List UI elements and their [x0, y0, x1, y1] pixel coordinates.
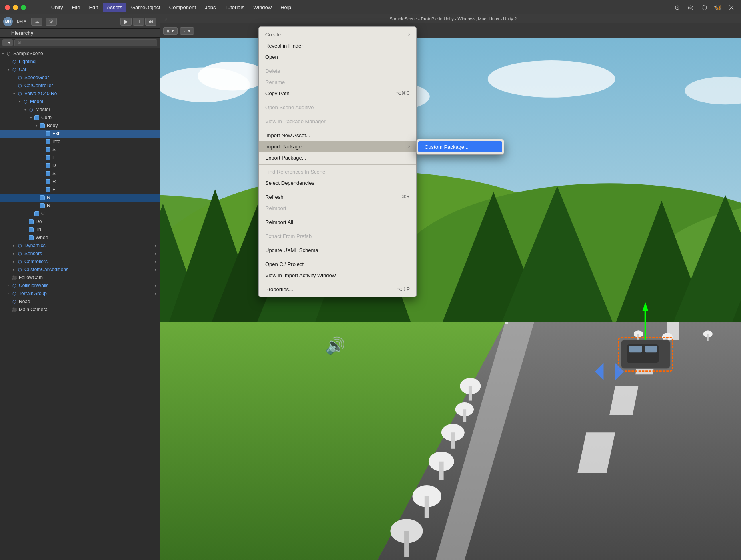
tree-item[interactable]: ▾Curb: [0, 114, 160, 122]
tree-item[interactable]: ▸⬡CarController: [0, 82, 160, 90]
tree-arrow[interactable]: ▸: [11, 244, 17, 248]
tree-item[interactable]: ▸🎥Main Camera: [0, 306, 160, 314]
tree-item[interactable]: ▾Body: [0, 122, 160, 130]
collab-cloud-button[interactable]: ☁: [31, 18, 42, 26]
menu-item-open[interactable]: Open: [259, 51, 416, 62]
tree-item[interactable]: ▸⬡Road: [0, 298, 160, 306]
menu-window[interactable]: Window: [249, 3, 276, 12]
tree-arrow[interactable]: ▸: [11, 252, 17, 256]
hierarchy-search-input[interactable]: [14, 39, 157, 46]
hierarchy-menu-button[interactable]: [3, 30, 9, 36]
tree-item[interactable]: ▸R: [0, 178, 160, 186]
unity-butterfly-icon[interactable]: 🦋: [713, 2, 723, 12]
tree-arrow[interactable]: ▸: [11, 260, 17, 264]
apple-menu[interactable]: : [34, 2, 44, 12]
menu-item-create[interactable]: Create›: [259, 29, 416, 40]
tree-arrow[interactable]: ▾: [0, 52, 6, 56]
menu-item-reimport-all[interactable]: Reimport All: [259, 216, 416, 228]
tree-item[interactable]: ▸⬡Dynamics▸: [0, 242, 160, 250]
tree-item-icon: ⬡: [17, 266, 23, 273]
tree-item-icon: [28, 218, 34, 225]
hierarchy-toolbar: + ▾: [0, 38, 160, 48]
menu-item-properties[interactable]: Properties...⌥⇧P: [259, 284, 416, 295]
tree-item[interactable]: ▸⬡TerrainGroup▸: [0, 290, 160, 298]
tree-item[interactable]: ▸⬡CollisionWalls▸: [0, 282, 160, 290]
tree-arrow[interactable]: ▾: [11, 92, 17, 96]
close-button[interactable]: [5, 5, 10, 10]
menu-item-update-uxml[interactable]: Update UXML Schema: [259, 244, 416, 256]
unity-collab-icon[interactable]: ⊙: [672, 2, 682, 12]
menu-unity[interactable]: Unity: [47, 3, 67, 12]
tree-arrow[interactable]: ▸: [6, 284, 11, 288]
menu-component[interactable]: Component: [165, 3, 200, 12]
tree-arrow[interactable]: ▾: [6, 68, 11, 72]
title-bar-right: ⊙ ◎ ⬡ 🦋 ⚔: [672, 2, 736, 12]
menu-item-open-csharp[interactable]: Open C# Project: [259, 258, 416, 270]
menu-item-import-new[interactable]: Import New Asset...: [259, 130, 416, 141]
tree-item[interactable]: ▸Tru: [0, 226, 160, 234]
menu-item-reveal[interactable]: Reveal in Finder: [259, 40, 416, 51]
menu-separator: [259, 215, 416, 215]
tree-arrow[interactable]: ▾: [28, 116, 34, 120]
menu-item-import-package[interactable]: Import Package›Custom Package...: [259, 141, 416, 152]
menu-item-label: Select Dependencies: [265, 180, 314, 186]
unity-account-icon[interactable]: ⬡: [699, 2, 709, 12]
menu-gameobject[interactable]: GameObject: [127, 3, 164, 12]
tree-item[interactable]: ▸R: [0, 194, 160, 202]
menu-tutorials[interactable]: Tutorials: [221, 3, 248, 12]
tree-arrow[interactable]: ▾: [17, 100, 22, 104]
tree-item[interactable]: ▾⬡SampleScene: [0, 50, 160, 58]
menu-separator: [259, 257, 416, 257]
menu-item-select-deps[interactable]: Select Dependencies: [259, 177, 416, 188]
tree-item[interactable]: ▸Ext: [0, 130, 160, 138]
tree-item[interactable]: ▸🎥FollowCam: [0, 274, 160, 282]
menu-jobs[interactable]: Jobs: [201, 3, 220, 12]
menu-file[interactable]: File: [68, 3, 84, 12]
tree-item[interactable]: ▸⬡Controllers▸: [0, 258, 160, 266]
user-avatar[interactable]: BH: [3, 17, 13, 26]
tree-item-icon: [39, 202, 46, 209]
tree-item[interactable]: ▸⬡CustomCarAdditions▸: [0, 266, 160, 274]
pause-button[interactable]: ⏸: [133, 18, 144, 26]
menu-assets[interactable]: Assets: [103, 3, 126, 12]
tree-item[interactable]: ▸⬡SpeedGear: [0, 74, 160, 82]
tree-item[interactable]: ▾⬡Master: [0, 106, 160, 114]
tree-item[interactable]: ▸C: [0, 210, 160, 218]
tree-item[interactable]: ▸R: [0, 202, 160, 210]
tree-item[interactable]: ▸Do: [0, 218, 160, 226]
menu-item-view-import-activity[interactable]: View in Import Activity Window: [259, 270, 416, 281]
tree-arrow[interactable]: ▾: [34, 124, 39, 128]
tree-item-label: R: [52, 179, 56, 184]
tree-item[interactable]: ▾⬡Volvo XC40 Re: [0, 90, 160, 98]
menu-edit[interactable]: Edit: [85, 3, 102, 12]
menu-item-export-package[interactable]: Export Package...: [259, 152, 416, 163]
minimize-button[interactable]: [13, 5, 18, 10]
menu-item-label: Extract From Prefab: [265, 233, 312, 239]
tree-item[interactable]: ▸F: [0, 186, 160, 194]
collab-settings-button[interactable]: ⚙: [46, 18, 57, 26]
tree-item[interactable]: ▸L: [0, 154, 160, 162]
menu-help[interactable]: Help: [276, 3, 295, 12]
tree-item[interactable]: ▸D: [0, 162, 160, 170]
submenu-item-custom-package[interactable]: Custom Package...: [418, 141, 502, 152]
tree-arrow[interactable]: ▾: [22, 108, 28, 112]
menu-item-copy-path[interactable]: Copy Path⌥⌘C: [259, 88, 416, 99]
tree-item[interactable]: ▾⬡Car: [0, 66, 160, 74]
step-button[interactable]: ⏭: [145, 18, 156, 26]
unity-extra-icon[interactable]: ⚔: [727, 2, 736, 12]
play-button[interactable]: ▶: [120, 18, 132, 26]
tree-item[interactable]: ▾⬡Model: [0, 98, 160, 106]
maximize-button[interactable]: [21, 5, 26, 10]
tree-item[interactable]: ▸⬡Sensors▸: [0, 250, 160, 258]
hierarchy-add-button[interactable]: + ▾: [2, 39, 13, 46]
hierarchy-tree[interactable]: ▾⬡SampleScene▸⬡Lighting▾⬡Car▸⬡SpeedGear▸…: [0, 48, 160, 560]
tree-item[interactable]: ▸Whee: [0, 234, 160, 242]
tree-item[interactable]: ▸S: [0, 170, 160, 178]
tree-item[interactable]: ▸Inte: [0, 138, 160, 146]
tree-item[interactable]: ▸S: [0, 146, 160, 154]
tree-item[interactable]: ▸⬡Lighting: [0, 58, 160, 66]
menu-item-refresh[interactable]: Refresh⌘R: [259, 191, 416, 202]
unity-services-icon[interactable]: ◎: [686, 2, 695, 12]
tree-arrow[interactable]: ▸: [11, 268, 17, 272]
tree-arrow[interactable]: ▸: [6, 292, 11, 296]
